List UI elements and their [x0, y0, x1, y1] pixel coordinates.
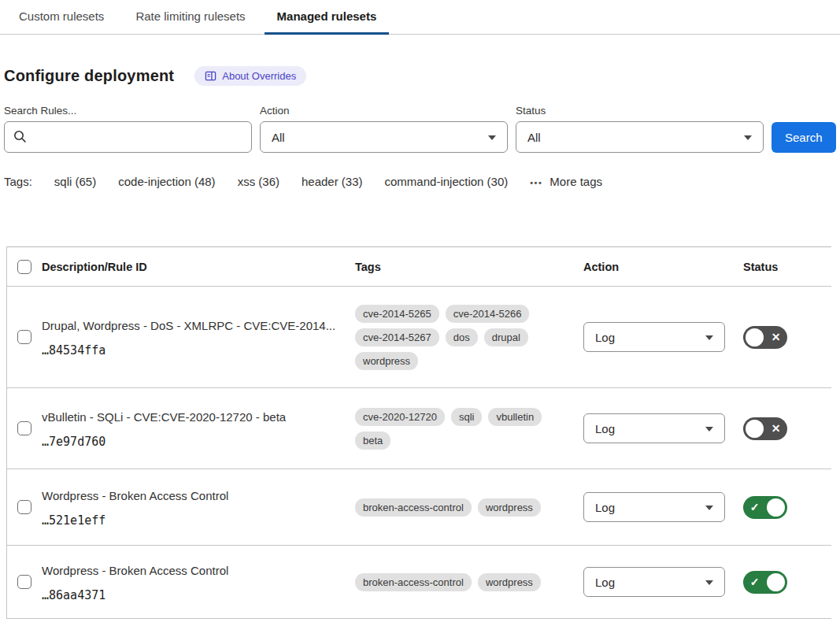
row-rule-id: …86aa4371: [42, 588, 347, 602]
tag-link-header[interactable]: header (33): [302, 175, 363, 188]
table-header-row: Description/Rule ID Tags Action Status: [7, 247, 831, 287]
tag-pill: cve-2014-5265: [355, 305, 439, 323]
tab-rate-limiting-rulesets[interactable]: Rate limiting rulesets: [123, 2, 257, 35]
toggle-knob: [767, 573, 785, 591]
column-header-tags: Tags: [355, 261, 583, 273]
tags-bar: Tags: sqli (65) code-injection (48) xss …: [4, 175, 840, 188]
status-toggle[interactable]: ✕: [743, 326, 787, 349]
rules-table: Description/Rule ID Tags Action Status D…: [6, 246, 831, 619]
row-tags: broken-access-controlwordpress: [355, 573, 544, 591]
table-row: Wordpress - Broken Access Control …86aa4…: [7, 546, 831, 619]
column-header-status: Status: [743, 261, 830, 273]
status-toggle[interactable]: ✓: [743, 571, 787, 594]
row-description: Wordpress - Broken Access Control: [42, 562, 347, 580]
tag-pill: beta: [355, 432, 390, 450]
table-row: Drupal, Wordpress - DoS - XMLRPC - CVE:C…: [7, 287, 831, 388]
row-action-select[interactable]: Log: [583, 567, 725, 597]
tag-pill: drupal: [484, 328, 528, 346]
action-select-value: All: [272, 131, 285, 144]
row-tags: broken-access-controlwordpress: [355, 498, 544, 517]
tag-link-command-injection[interactable]: command-injection (30): [385, 175, 509, 188]
chevron-down-icon: [744, 135, 752, 140]
tag-pill: dos: [446, 328, 478, 346]
search-input[interactable]: [4, 121, 252, 153]
tag-pill: sqli: [451, 408, 483, 426]
status-toggle[interactable]: ✓: [743, 496, 787, 519]
row-description: vBulletin - SQLi - CVE:CVE-2020-12720 - …: [42, 409, 347, 426]
row-checkbox[interactable]: [17, 421, 31, 435]
status-field: Status All: [516, 105, 764, 153]
search-icon: [13, 130, 27, 146]
row-action-value: Log: [595, 422, 615, 435]
chevron-down-icon: [705, 580, 713, 585]
heading-row: Configure deployment About Overrides: [4, 66, 840, 86]
row-checkbox[interactable]: [17, 575, 31, 589]
page-title: Configure deployment: [4, 67, 174, 85]
chevron-down-icon: [705, 506, 713, 510]
toggle-state-icon: ✕: [767, 331, 785, 343]
tab-managed-rulesets[interactable]: Managed rulesets: [265, 2, 390, 35]
filters-row: Search Rules... Action All Status All Se…: [4, 105, 836, 153]
table-row: vBulletin - SQLi - CVE:CVE-2020-12720 - …: [7, 388, 831, 469]
tag-link-xss[interactable]: xss (36): [238, 175, 279, 188]
tag-pill: wordpress: [355, 352, 418, 370]
row-action-value: Log: [595, 576, 615, 589]
table-body: Drupal, Wordpress - DoS - XMLRPC - CVE:C…: [7, 287, 831, 619]
row-tags: cve-2014-5265cve-2014-5266cve-2014-5267d…: [355, 305, 544, 370]
column-header-description: Description/Rule ID: [42, 261, 355, 273]
toggle-state-icon: ✓: [746, 576, 764, 588]
row-tags: cve-2020-12720sqlivbulletinbeta: [355, 408, 544, 450]
tag-pill: vbulletin: [488, 408, 542, 426]
tag-pill: cve-2014-5266: [446, 305, 530, 323]
search-button[interactable]: Search: [772, 122, 836, 153]
column-header-action: Action: [583, 261, 743, 273]
row-checkbox[interactable]: [17, 500, 31, 514]
table-row: Wordpress - Broken Access Control …521e1…: [7, 469, 831, 546]
tag-pill: wordpress: [478, 498, 541, 517]
tag-pill: broken-access-control: [355, 498, 472, 517]
row-description: Drupal, Wordpress - DoS - XMLRPC - CVE:C…: [42, 317, 347, 335]
row-action-value: Log: [595, 331, 615, 344]
action-select[interactable]: All: [260, 121, 508, 153]
row-action-select[interactable]: Log: [583, 413, 725, 443]
row-description: Wordpress - Broken Access Control: [42, 487, 347, 505]
row-action-select[interactable]: Log: [583, 492, 725, 522]
row-rule-id: …521e1eff: [42, 513, 347, 528]
row-rule-id: …7e97d760: [42, 435, 347, 449]
select-all-checkbox[interactable]: [17, 260, 31, 274]
book-icon: [205, 70, 216, 82]
ruleset-tabbar: Custom rulesets Rate limiting rulesets M…: [0, 0, 840, 35]
ellipsis-icon: •••: [530, 178, 542, 187]
status-select-value: All: [527, 131, 541, 144]
tag-pill: wordpress: [478, 573, 541, 591]
search-field: Search Rules...: [4, 105, 252, 153]
tags-bar-label: Tags:: [4, 175, 32, 188]
search-label: Search Rules...: [4, 105, 252, 117]
chevron-down-icon: [705, 335, 713, 340]
row-checkbox[interactable]: [17, 330, 31, 344]
chevron-down-icon: [705, 427, 713, 432]
action-field: Action All: [260, 105, 508, 153]
toggle-knob: [746, 420, 764, 438]
row-action-select[interactable]: Log: [583, 322, 725, 352]
about-overrides-badge[interactable]: About Overrides: [194, 66, 306, 86]
action-label: Action: [260, 105, 508, 117]
more-tags-button[interactable]: ••• More tags: [530, 175, 602, 188]
tag-link-code-injection[interactable]: code-injection (48): [118, 175, 215, 188]
tag-pill: cve-2020-12720: [355, 408, 445, 426]
more-tags-label: More tags: [550, 175, 602, 188]
toggle-knob: [746, 328, 764, 346]
tag-pill: cve-2014-5267: [355, 328, 439, 346]
status-toggle[interactable]: ✕: [743, 417, 787, 440]
tag-pill: broken-access-control: [355, 573, 472, 591]
toggle-knob: [767, 498, 785, 517]
toggle-state-icon: ✓: [746, 501, 764, 513]
tag-link-sqli[interactable]: sqli (65): [54, 175, 96, 188]
status-select[interactable]: All: [516, 121, 764, 153]
chevron-down-icon: [488, 135, 496, 140]
toggle-state-icon: ✕: [767, 422, 785, 435]
tab-custom-rulesets[interactable]: Custom rulesets: [6, 2, 117, 35]
about-overrides-label: About Overrides: [222, 70, 296, 82]
status-label: Status: [516, 105, 764, 117]
row-rule-id: …84534ffa: [42, 343, 347, 357]
